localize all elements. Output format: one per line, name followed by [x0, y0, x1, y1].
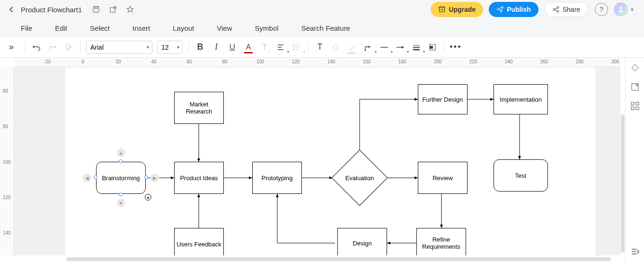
page: Brainstorming Market Research Product Id… — [65, 67, 595, 255]
svg-point-3 — [553, 9, 555, 10]
stroke-color-button[interactable] — [344, 40, 360, 55]
quick-connect-right[interactable]: ▶ — [150, 174, 159, 182]
vertical-scrollbar[interactable] — [621, 114, 625, 253]
align-button[interactable]: ▾ — [273, 40, 288, 55]
svg-rect-0 — [93, 7, 99, 12]
menu-layout[interactable]: Layout — [161, 24, 205, 32]
line-spacing-button[interactable]: ▾ — [289, 40, 304, 55]
underline-button[interactable]: U — [225, 40, 240, 55]
quick-connect-left[interactable]: ◀ — [83, 174, 91, 182]
node-evaluation[interactable]: Evaluation — [340, 158, 379, 198]
menu-edit[interactable]: Edit — [44, 24, 79, 32]
node-market-research[interactable]: Market Research — [174, 92, 224, 124]
clear-format-button[interactable]: T× — [257, 40, 272, 55]
undo-button[interactable] — [29, 40, 44, 55]
quick-connect-down[interactable]: ▼ — [117, 199, 125, 207]
node-further-design[interactable]: Further Design — [418, 84, 468, 114]
svg-point-7 — [365, 49, 366, 51]
share-button[interactable]: Share — [544, 2, 588, 17]
svg-rect-27 — [636, 102, 639, 105]
canvas-area: -20 0 20 40 60 80 100 120 140 160 180 20… — [0, 58, 644, 262]
svg-rect-1 — [95, 7, 97, 9]
menu-select[interactable]: Select — [79, 24, 121, 32]
save-icon[interactable] — [90, 4, 102, 15]
menu-file[interactable]: File — [9, 24, 44, 32]
svg-point-5 — [557, 10, 559, 12]
share-label: Share — [563, 6, 580, 13]
node-refine-requirements[interactable]: Refine Requirements — [416, 228, 466, 255]
menu-bar: File Edit Select Insert Layout View Symb… — [0, 19, 644, 37]
text-button[interactable]: T — [312, 40, 327, 55]
italic-button[interactable]: I — [209, 40, 224, 55]
svg-point-6 — [619, 7, 622, 9]
rotate-handle[interactable] — [145, 194, 151, 201]
export-icon[interactable] — [107, 4, 119, 15]
toolbar: » Arial 12 B I U A T× ▾ ▾ T ▾ ▾ ▾ ▾ ••• — [0, 37, 644, 58]
node-product-ideas[interactable]: Product Ideas — [174, 162, 224, 194]
svg-point-4 — [557, 7, 559, 9]
quick-connect-up[interactable]: ▲ — [117, 148, 125, 157]
back-button[interactable] — [6, 4, 17, 15]
font-size-select[interactable]: 12 — [157, 41, 183, 54]
svg-point-25 — [636, 84, 638, 86]
node-design[interactable]: Design — [337, 228, 387, 255]
redo-button[interactable] — [45, 40, 60, 55]
node-brainstorming[interactable]: Brainstorming — [96, 162, 146, 194]
node-test[interactable]: Test — [494, 159, 548, 192]
font-family-select[interactable]: Arial — [86, 41, 152, 54]
outline-icon[interactable] — [629, 246, 641, 257]
more-button[interactable]: ••• — [448, 40, 463, 55]
menu-search[interactable]: Search Feature — [290, 24, 362, 32]
menu-symbol[interactable]: Symbol — [244, 24, 290, 32]
star-icon[interactable] — [124, 4, 136, 15]
publish-label: Publish — [507, 6, 531, 13]
grid-icon[interactable] — [629, 100, 641, 112]
menu-insert[interactable]: Insert — [121, 24, 162, 32]
position-button[interactable] — [425, 40, 440, 55]
node-prototyping[interactable]: Prototyping — [252, 162, 302, 194]
svg-rect-26 — [631, 102, 634, 105]
node-users-feedback[interactable]: Users Feedback — [174, 228, 224, 255]
settings-icon[interactable] — [629, 81, 641, 93]
svg-rect-28 — [631, 107, 634, 110]
upgrade-button[interactable]: Upgrade — [431, 2, 483, 17]
avatar-dropdown[interactable]: ▼ — [630, 7, 635, 12]
theme-icon[interactable] — [629, 62, 641, 74]
title-bar: Product Flowchart1 Upgrade Publish Share… — [0, 0, 644, 19]
horizontal-ruler: -20 0 20 40 60 80 100 120 140 160 180 20… — [14, 58, 620, 67]
user-avatar[interactable] — [614, 2, 628, 17]
fill-button[interactable] — [328, 40, 344, 55]
connector-button[interactable]: ▾ — [361, 40, 376, 55]
help-button[interactable]: ? — [595, 3, 608, 16]
arrow-style-button[interactable]: ▾ — [393, 40, 408, 55]
bold-button[interactable]: B — [193, 40, 208, 55]
publish-button[interactable]: Publish — [489, 2, 538, 17]
menu-view[interactable]: View — [205, 24, 243, 32]
svg-rect-24 — [632, 84, 638, 90]
node-review[interactable]: Review — [418, 162, 468, 194]
line-style-button[interactable]: ▾ — [377, 40, 392, 55]
vertical-ruler: 60 80 100 120 140 — [0, 67, 14, 255]
expand-toolbar-icon[interactable]: » — [5, 42, 18, 52]
svg-rect-29 — [636, 107, 639, 110]
node-implementation[interactable]: Implementation — [494, 84, 548, 114]
font-color-button[interactable]: A — [241, 40, 256, 55]
upgrade-label: Upgrade — [449, 6, 476, 13]
format-painter-button[interactable] — [61, 40, 76, 55]
side-panel — [625, 58, 644, 262]
canvas[interactable]: Brainstorming Market Research Product Id… — [14, 67, 620, 255]
document-title[interactable]: Product Flowchart1 — [21, 6, 82, 14]
svg-rect-14 — [430, 46, 433, 49]
line-weight-button[interactable]: ▾ — [409, 40, 424, 55]
horizontal-scrollbar[interactable] — [66, 257, 611, 261]
